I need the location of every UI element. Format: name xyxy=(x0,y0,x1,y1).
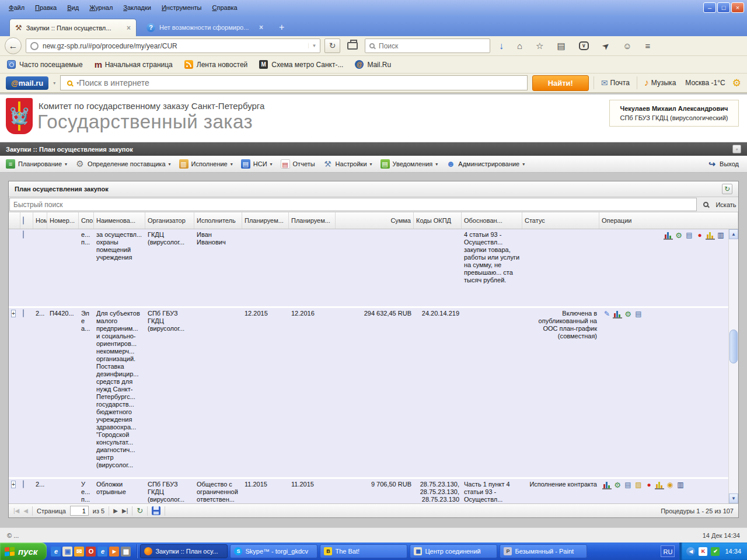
scroll-up-icon[interactable]: ▲ xyxy=(729,229,738,239)
column-header-organizer[interactable]: Организатор xyxy=(145,212,194,229)
bookmark-metro-map[interactable]: M Схема метро Санкт-... xyxy=(259,60,343,69)
new-tab-button[interactable]: + xyxy=(273,21,290,34)
column-header-status[interactable]: Статус xyxy=(522,212,599,229)
bookmark-news-feed[interactable]: Лента новостей xyxy=(184,60,248,69)
menu-view[interactable]: Вид xyxy=(62,2,84,13)
bookmark-star-icon[interactable]: ☆ xyxy=(531,41,548,51)
table-row[interactable]: + 2... У е... п... Обложки отрывные СПб … xyxy=(9,479,728,503)
taskbar-button-connections[interactable]: ▦Центр соединений xyxy=(410,544,497,558)
quick-search-input[interactable] xyxy=(9,198,697,211)
quick-launch-icon[interactable]: ▣ xyxy=(62,547,72,556)
vertical-scrollbar[interactable]: ▲ ▼ xyxy=(728,229,738,503)
language-indicator[interactable]: RU xyxy=(661,545,675,557)
kaspersky-icon[interactable]: K xyxy=(699,547,707,556)
filter-header-cell[interactable] xyxy=(9,212,20,229)
pencil-icon[interactable]: ✎ xyxy=(602,310,612,318)
quick-launch-icon[interactable]: ▦ xyxy=(121,547,131,556)
collapse-icon[interactable]: ▫ xyxy=(732,145,741,153)
books-icon[interactable]: ▥ xyxy=(676,481,685,489)
menu-help[interactable]: Справка xyxy=(207,2,243,13)
user-info-box[interactable]: Чекулаев Михаил Александрович СПб ГБУЗ Г… xyxy=(609,100,739,127)
menu-edit[interactable]: Правка xyxy=(30,2,62,13)
last-page-button[interactable]: ▶| xyxy=(122,508,128,514)
prev-page-button[interactable]: ◀ xyxy=(23,508,28,514)
column-header-planned2[interactable]: Планируем... xyxy=(289,212,336,229)
column-header-num[interactable]: Ном xyxy=(33,212,47,229)
refresh-icon[interactable]: ↻ xyxy=(137,506,143,515)
tab-procurement-plan[interactable]: ⚒ Закупки :: План осуществл... × xyxy=(9,19,137,36)
chart-icon[interactable] xyxy=(613,310,622,318)
taskbar-button-firefox[interactable]: Закупки :: План осу... xyxy=(140,544,228,558)
stats-icon[interactable] xyxy=(706,231,715,238)
mailru-logo[interactable]: @mail.ru xyxy=(6,76,48,90)
antivirus-icon[interactable]: ✔ xyxy=(711,547,720,556)
menu-bookmarks[interactable]: Закладки xyxy=(118,2,156,13)
books-icon[interactable]: ▥ xyxy=(716,231,725,238)
chat-icon[interactable]: ☺ xyxy=(618,41,636,51)
downloads-icon[interactable]: ↓ xyxy=(494,41,508,51)
save-icon[interactable] xyxy=(152,506,160,515)
send-tab-icon[interactable]: ➤ xyxy=(596,36,615,55)
menu-file[interactable]: Файл xyxy=(4,2,30,13)
checkbox[interactable] xyxy=(23,216,24,225)
list-icon[interactable]: ▤ xyxy=(634,310,643,318)
gears-icon[interactable]: ⚙ xyxy=(674,231,683,238)
back-button[interactable]: ← xyxy=(5,37,22,54)
print-icon[interactable] xyxy=(347,42,358,50)
hamburger-menu-icon[interactable]: ≡ xyxy=(641,41,655,51)
url-input[interactable] xyxy=(43,42,308,50)
tab-close-icon[interactable]: × xyxy=(127,24,131,32)
bookmark-mailru[interactable]: @ Mail.Ru xyxy=(355,60,391,69)
next-page-button[interactable]: ▶ xyxy=(113,508,118,514)
home-icon[interactable]: ⌂ xyxy=(512,41,527,51)
close-button[interactable]: × xyxy=(731,2,744,13)
taskbar-button-skype[interactable]: SSkype™ - torgi_gkdcv xyxy=(230,544,317,558)
page-number-input[interactable] xyxy=(70,506,89,516)
menu-settings[interactable]: ⚒Настройки▾ xyxy=(321,158,377,170)
pocket-icon[interactable]: ∨ xyxy=(579,41,589,50)
table-row[interactable]: + 2... П4420... Эле а... Для субъектов м… xyxy=(9,308,728,479)
quick-launch-icon[interactable]: ► xyxy=(109,547,119,556)
stop-icon[interactable]: ● xyxy=(644,481,654,489)
music-button[interactable]: ♪ Музыка xyxy=(642,78,678,88)
find-button[interactable]: Найти! xyxy=(532,75,589,91)
quick-launch-icon[interactable]: e xyxy=(51,547,61,556)
bookmark-home-page[interactable]: m Начальная страница xyxy=(95,60,173,69)
checkbox[interactable] xyxy=(23,309,24,317)
expand-icon[interactable]: + xyxy=(11,310,16,317)
menu-execution[interactable]: ▥Исполнение▾ xyxy=(177,158,238,170)
panel-refresh-icon[interactable]: ↻ xyxy=(722,184,732,194)
bookmark-frequent[interactable]: Часто посещаемые xyxy=(7,60,83,69)
menu-nsi[interactable]: ▤НСИ▾ xyxy=(239,158,277,170)
taskbar-button-paint[interactable]: PБезымянный - Paint xyxy=(500,544,587,558)
search-input[interactable] xyxy=(379,42,490,50)
first-page-button[interactable]: |◀ xyxy=(13,508,19,514)
gears-icon[interactable]: ⚙ xyxy=(623,310,633,318)
column-header-executor[interactable]: Исполнитель xyxy=(194,212,242,229)
column-header-justification[interactable]: Обоснован... xyxy=(462,212,522,229)
gears-icon[interactable]: ⚙ xyxy=(613,481,622,489)
list-icon[interactable]: ▤ xyxy=(685,231,694,238)
menu-history[interactable]: Журнал xyxy=(84,2,118,13)
weather-indicator[interactable]: Москва -1°C xyxy=(683,79,727,87)
minimize-button[interactable]: – xyxy=(703,2,716,13)
clock[interactable]: 14:34 xyxy=(725,548,741,555)
maximize-button[interactable]: □ xyxy=(717,2,730,13)
search-button[interactable]: Искать xyxy=(697,197,738,212)
quick-launch-icon[interactable]: e xyxy=(97,547,107,556)
gear-icon[interactable]: ⚙ xyxy=(732,77,741,89)
column-header-sum[interactable]: Сумма xyxy=(336,212,414,229)
mailru-dropdown-icon[interactable]: ▾ xyxy=(53,80,55,86)
select-all-header-cell[interactable] xyxy=(20,212,33,229)
taskbar-button-thebat[interactable]: BThe Bat! xyxy=(320,544,407,558)
mailru-search-input[interactable] xyxy=(79,78,524,88)
scrollbar-thumb[interactable] xyxy=(729,330,738,363)
quick-launch-icon[interactable]: ✉ xyxy=(74,547,84,556)
column-header-okpd[interactable]: Коды ОКПД xyxy=(414,212,462,229)
column-header-planned1[interactable]: Планируем... xyxy=(242,212,289,229)
reading-list-icon[interactable]: ▤ xyxy=(553,41,570,51)
column-header-name[interactable]: Наименова... xyxy=(94,212,145,229)
stats-icon[interactable] xyxy=(655,481,664,489)
column-header-number[interactable]: Номер... xyxy=(47,212,79,229)
column-header-method[interactable]: Спо... xyxy=(79,212,94,229)
